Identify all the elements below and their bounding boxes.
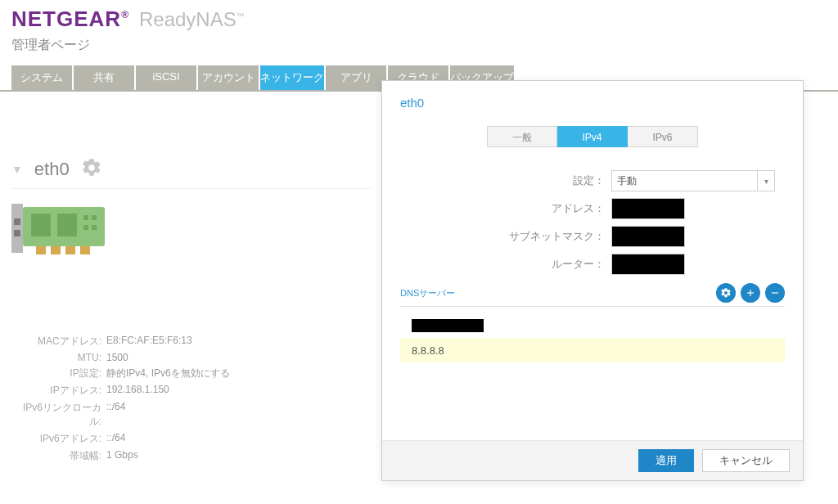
dns-label: DNSサーバー <box>400 287 455 299</box>
input-address[interactable] <box>611 198 685 219</box>
svg-rect-11 <box>51 246 61 254</box>
dialog-title: eth0 <box>400 96 785 110</box>
interface-name: eth0 <box>34 159 70 180</box>
svg-rect-13 <box>80 246 90 254</box>
svg-rect-1 <box>11 204 23 253</box>
nic-card-icon <box>11 204 110 261</box>
input-subnet[interactable] <box>611 226 685 247</box>
svg-rect-12 <box>65 246 75 254</box>
label-router: ルーター： <box>400 257 611 272</box>
nic-details: MACアドレス:E8:FC:AF:E5:F6:13 MTU:1500 IP設定:… <box>11 335 372 463</box>
gear-icon[interactable] <box>81 157 102 182</box>
page-subtitle: 管理者ページ <box>11 37 827 54</box>
brand-readynas: ReadyNAS™ <box>139 8 245 31</box>
chevron-down-icon: ▼ <box>11 163 23 176</box>
brand: NETGEAR® ReadyNAS™ <box>11 7 827 32</box>
select-setting[interactable] <box>611 170 775 191</box>
dns-gear-icon[interactable] <box>716 283 736 303</box>
header: NETGEAR® ReadyNAS™ 管理者ページ <box>0 0 838 57</box>
dialog-footer: 適用 キャンセル <box>382 440 803 480</box>
label-address: アドレス： <box>400 201 611 216</box>
nav-share[interactable]: 共有 <box>74 65 134 90</box>
tab-general[interactable]: 一般 <box>487 126 557 147</box>
cancel-button[interactable]: キャンセル <box>702 449 790 472</box>
interface-header[interactable]: ▼ eth0 <box>11 157 372 189</box>
svg-rect-10 <box>36 246 46 254</box>
dialog-tabs: 一般 IPv4 IPv6 <box>400 126 785 147</box>
brand-netgear: NETGEAR® <box>11 7 129 32</box>
tab-ipv4[interactable]: IPv4 <box>557 126 628 147</box>
label-setting: 設定： <box>400 173 611 188</box>
dns-remove-icon[interactable] <box>765 283 785 303</box>
svg-rect-5 <box>57 214 77 236</box>
nav-system[interactable]: システム <box>11 65 72 90</box>
svg-rect-9 <box>92 225 97 230</box>
svg-rect-3 <box>14 230 20 236</box>
nav-network[interactable]: ネットワーク <box>260 65 324 90</box>
label-subnet: サブネットマスク： <box>400 229 611 244</box>
svg-rect-7 <box>92 215 97 220</box>
dns-add-icon[interactable] <box>741 283 760 303</box>
input-router[interactable] <box>611 254 685 275</box>
nav-account[interactable]: アカウント <box>198 65 259 90</box>
dns-item[interactable] <box>400 313 785 338</box>
svg-rect-2 <box>14 218 20 225</box>
dns-item[interactable]: 8.8.8.8 <box>400 338 785 362</box>
nav-iscsi[interactable]: iSCSI <box>136 65 196 90</box>
interface-panel: ▼ eth0 <box>11 92 372 466</box>
eth0-dialog: eth0 一般 IPv4 IPv6 設定： ▾ アドレス： サブネットマスク： … <box>381 80 804 481</box>
svg-rect-8 <box>83 225 88 230</box>
svg-rect-4 <box>31 214 51 236</box>
svg-rect-6 <box>83 215 88 220</box>
tab-ipv6[interactable]: IPv6 <box>628 126 698 147</box>
nav-apps[interactable]: アプリ <box>326 65 386 90</box>
dns-section: DNSサーバー 8.8.8.8 <box>400 283 785 362</box>
apply-button[interactable]: 適用 <box>638 449 694 472</box>
